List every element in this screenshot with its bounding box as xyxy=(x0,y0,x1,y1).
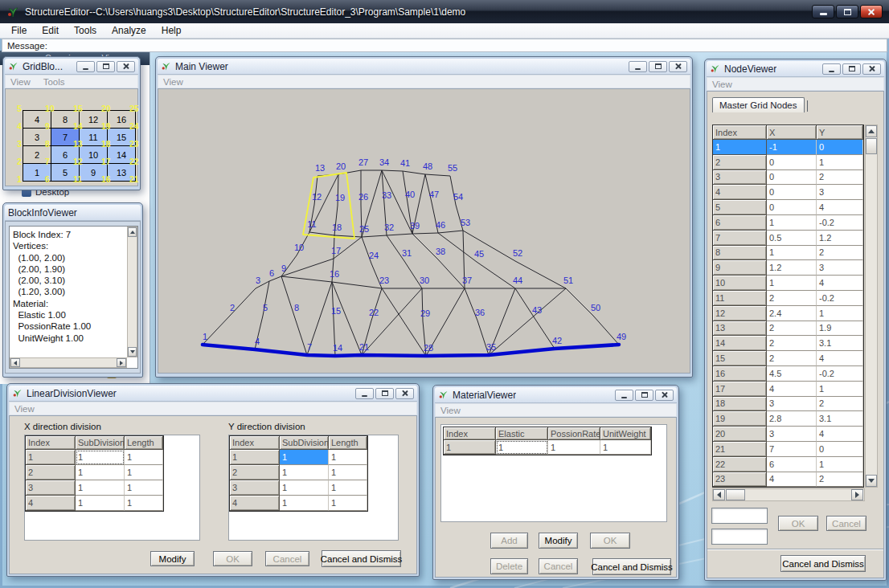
menu-view[interactable]: View xyxy=(440,406,461,415)
table-cell[interactable]: 1 xyxy=(548,440,600,455)
table-cell[interactable]: 1 xyxy=(817,155,863,170)
gridblock-canvas[interactable]: 4812163711152610141591351015202549141924… xyxy=(5,88,138,186)
table-row[interactable]: 2034 xyxy=(713,427,863,442)
column-header[interactable]: Index xyxy=(713,125,767,140)
column-header[interactable]: Y xyxy=(817,125,863,140)
table-cell[interactable]: 4 xyxy=(713,185,767,200)
table-cell[interactable]: -0.2 xyxy=(817,215,863,231)
material-viewer-titlebar[interactable]: MaterialViewer xyxy=(435,387,677,403)
column-header[interactable]: X xyxy=(767,125,817,140)
table-row[interactable]: 2342 xyxy=(713,472,863,488)
table-cell[interactable]: 2 xyxy=(767,336,817,351)
table-row[interactable]: 411 xyxy=(230,496,367,511)
column-header[interactable]: UnitWeight xyxy=(600,427,651,440)
table-cell[interactable]: 4 xyxy=(230,496,280,511)
column-header[interactable]: Index xyxy=(444,427,496,440)
close-icon[interactable] xyxy=(395,388,414,399)
maximize-button[interactable] xyxy=(842,63,861,75)
table-cell[interactable]: 1 xyxy=(125,450,163,465)
menu-analyze[interactable]: Analyze xyxy=(112,25,146,36)
node-y-input[interactable] xyxy=(711,529,768,545)
table-row[interactable]: 2170 xyxy=(713,442,863,457)
table-row[interactable]: 111 xyxy=(26,450,163,465)
table-cell[interactable]: -0.2 xyxy=(817,291,863,306)
horizontal-scrollbar[interactable] xyxy=(10,357,127,368)
table-cell[interactable]: 7 xyxy=(713,231,767,246)
table-cell[interactable]: 1 xyxy=(280,465,329,480)
table-cell[interactable]: 1 xyxy=(26,450,76,465)
table-cell[interactable]: 3 xyxy=(26,480,76,496)
scrollbar-thumb[interactable] xyxy=(866,138,877,154)
scroll-up-button[interactable] xyxy=(128,227,137,237)
table-cell[interactable]: 1 xyxy=(817,457,863,472)
table-cell[interactable]: 1 xyxy=(767,246,817,261)
table-cell[interactable]: 8 xyxy=(713,246,767,261)
table-cell[interactable]: 1 xyxy=(496,440,548,455)
close-icon[interactable] xyxy=(862,63,881,75)
table-cell[interactable]: 1.2 xyxy=(767,260,817,276)
table-row[interactable]: 1423.1 xyxy=(713,336,863,351)
table-cell[interactable]: 3 xyxy=(767,427,817,442)
table-cell[interactable]: 3 xyxy=(817,185,863,200)
table-cell[interactable]: 2 xyxy=(767,321,817,337)
column-header[interactable]: Elastic xyxy=(496,427,548,440)
table-cell[interactable]: 4 xyxy=(817,351,863,366)
close-icon[interactable] xyxy=(655,390,674,401)
horizontal-scrollbar[interactable] xyxy=(712,488,865,501)
table-cell[interactable]: 17 xyxy=(713,382,767,397)
table-cell[interactable]: 1.2 xyxy=(817,231,863,246)
ok-button[interactable]: OK xyxy=(778,516,818,531)
app-titlebar[interactable]: StructureEditor--C:\Users\huangs3\Deskto… xyxy=(0,0,889,23)
vertical-scrollbar[interactable] xyxy=(865,125,878,488)
table-row[interactable]: 122.41 xyxy=(713,306,863,321)
table-row[interactable]: 812 xyxy=(713,246,863,261)
minimize-button[interactable] xyxy=(812,5,834,18)
table-cell[interactable]: 3 xyxy=(713,170,767,186)
close-icon[interactable] xyxy=(669,61,687,72)
column-header[interactable]: Index xyxy=(26,436,76,450)
table-cell[interactable]: 1 xyxy=(767,276,817,291)
table-cell[interactable]: 23 xyxy=(713,472,767,488)
table-cell[interactable]: 1 xyxy=(329,496,367,511)
table-cell[interactable]: 4 xyxy=(26,496,76,511)
linear-division-titlebar[interactable]: LinearDivisionViewer xyxy=(9,386,417,402)
cancel-button[interactable]: Cancel xyxy=(265,551,309,566)
maximize-button[interactable] xyxy=(649,61,667,72)
table-cell[interactable]: 2 xyxy=(817,472,863,488)
close-button[interactable] xyxy=(860,5,883,18)
minimize-button[interactable] xyxy=(822,63,841,75)
column-header[interactable]: PossionRate xyxy=(548,427,600,440)
table-cell[interactable]: 1 xyxy=(329,465,367,480)
table-cell[interactable]: 2 xyxy=(767,351,817,366)
table-cell[interactable]: 1 xyxy=(329,450,367,465)
table-cell[interactable]: -0.2 xyxy=(817,366,863,382)
table-cell[interactable]: 2 xyxy=(817,170,863,186)
table-cell[interactable]: 2.8 xyxy=(767,411,817,427)
table-cell[interactable]: 1 xyxy=(76,496,125,511)
table-cell[interactable]: 0 xyxy=(817,442,863,457)
table-cell[interactable]: 0 xyxy=(767,200,817,215)
menu-view[interactable]: View xyxy=(163,77,183,87)
minimize-button[interactable] xyxy=(355,388,374,399)
table-cell[interactable]: 0 xyxy=(767,170,817,186)
table-cell[interactable]: 1 xyxy=(230,450,280,465)
table-cell[interactable]: 1 xyxy=(817,306,863,321)
table-row[interactable]: 192.83.1 xyxy=(713,411,863,427)
ok-button[interactable]: OK xyxy=(590,533,630,549)
table-cell[interactable]: 2 xyxy=(230,465,280,480)
table-cell[interactable]: 1 xyxy=(125,480,163,496)
table-cell[interactable]: 1 xyxy=(600,440,651,455)
table-row[interactable]: 302 xyxy=(713,170,863,186)
table-cell[interactable]: 2 xyxy=(26,465,76,480)
maximize-button[interactable] xyxy=(375,388,394,399)
table-cell[interactable]: 6 xyxy=(713,215,767,231)
scroll-down-button[interactable] xyxy=(866,475,877,487)
table-row[interactable]: 411 xyxy=(26,496,163,511)
table-cell[interactable]: 4.5 xyxy=(767,366,817,382)
menu-view[interactable]: View xyxy=(712,80,732,89)
maximize-button[interactable] xyxy=(635,390,653,401)
table-cell[interactable]: 6 xyxy=(767,457,817,472)
table-cell[interactable]: 1 xyxy=(76,480,125,496)
table-cell[interactable]: 3 xyxy=(767,397,817,412)
table-cell[interactable]: 1 xyxy=(280,480,329,496)
